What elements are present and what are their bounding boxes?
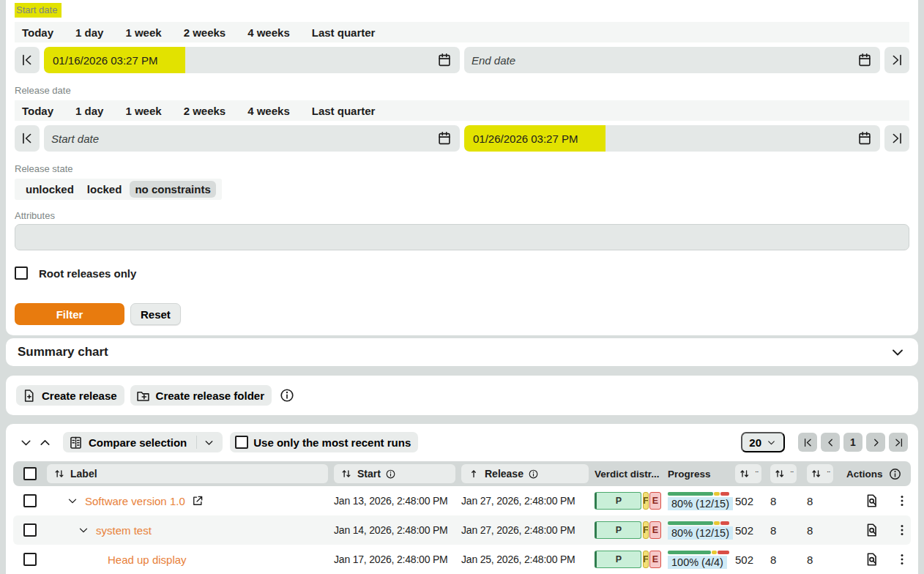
quick-last-quarter[interactable]: Last quarter (312, 105, 376, 117)
release-state-unlocked[interactable]: unlocked (21, 181, 79, 198)
verdict-error: E (649, 521, 661, 539)
create-release-button[interactable]: Create release (16, 385, 124, 406)
count-cell-a: 502 (735, 554, 770, 566)
start-date-cell: Jan 13, 2026, 2:48:00 PM (334, 495, 461, 507)
expand-all-icon[interactable] (16, 433, 35, 452)
progress-text: 80% (12/15) (668, 526, 733, 540)
expand-row-icon[interactable] (77, 523, 90, 537)
quick-1-day[interactable]: 1 day (75, 105, 103, 117)
recent-runs-checkbox[interactable] (235, 436, 248, 449)
select-all-checkbox[interactable] (23, 467, 37, 480)
progress-bar (668, 551, 729, 554)
calendar-icon[interactable] (436, 130, 452, 146)
column-header-sortable-3[interactable]: .. (807, 464, 833, 483)
collapse-all-icon[interactable] (35, 433, 54, 452)
verdict-distribution: P F E (595, 521, 668, 539)
preview-report-icon[interactable] (864, 493, 880, 509)
release-date-from-input[interactable]: Start date (44, 125, 460, 152)
release-date-range-row: Start date 01/26/2026 03:27 PM (15, 125, 909, 152)
progress-bar (668, 492, 729, 496)
row-checkbox[interactable] (23, 494, 37, 507)
summary-chart-panel[interactable]: Summary chart (6, 338, 918, 366)
compare-selection-button[interactable]: Compare selection (63, 432, 223, 452)
kebab-menu-icon[interactable] (895, 523, 909, 537)
prev-page-button[interactable] (821, 433, 840, 452)
next-page-button[interactable] (866, 433, 885, 452)
column-header-sortable-1[interactable]: .. (735, 464, 761, 483)
release-link[interactable]: Software version 1.0 (85, 495, 185, 507)
quick-2-weeks[interactable]: 2 weeks (184, 26, 226, 39)
recent-runs-toggle[interactable]: Use only the most recent runs (230, 432, 418, 452)
progress-bar (668, 521, 729, 525)
preview-report-icon[interactable] (864, 551, 880, 567)
count-cell-c: 8 (807, 554, 846, 566)
calendar-icon[interactable] (857, 52, 873, 68)
attributes-label: Attributes (15, 210, 55, 221)
row-checkbox[interactable] (23, 553, 37, 566)
verdict-pass: P (595, 492, 641, 510)
skip-to-end-button[interactable] (884, 47, 909, 73)
skip-to-start-button[interactable] (15, 47, 40, 73)
count-cell-a: 502 (735, 524, 770, 537)
release-state-no-constraints[interactable]: no constraints (130, 181, 215, 198)
quick-2-weeks[interactable]: 2 weeks (184, 105, 226, 117)
filter-button[interactable]: Filter (15, 303, 124, 325)
last-page-button[interactable] (889, 433, 908, 452)
release-link[interactable]: system test (96, 524, 152, 537)
create-release-folder-button[interactable]: Create release folder (130, 385, 272, 406)
count-cell-b: 8 (770, 554, 807, 566)
release-state-label: Release state (15, 163, 73, 174)
preview-report-icon[interactable] (864, 522, 880, 538)
chevron-down-icon[interactable] (196, 436, 215, 449)
start-date-to-input[interactable]: End date (464, 47, 880, 73)
release-date-to-input[interactable]: 01/26/2026 03:27 PM (464, 125, 880, 152)
release-link[interactable]: Head up display (108, 554, 187, 566)
skip-to-end-button[interactable] (884, 125, 909, 152)
quick-1-week[interactable]: 1 week (125, 26, 161, 39)
quick-1-day[interactable]: 1 day (75, 26, 103, 39)
progress-cell: 80% (12/15) (668, 521, 729, 540)
file-plus-icon (21, 388, 37, 403)
count-cell-c: 8 (807, 524, 846, 537)
row-checkbox[interactable] (23, 523, 37, 537)
kebab-menu-icon[interactable] (895, 552, 909, 567)
root-releases-checkbox[interactable] (15, 266, 28, 280)
compare-selection-label: Compare selection (89, 436, 187, 449)
column-header-label[interactable]: Label (47, 464, 328, 483)
column-header-verdict: Verdict distr... (595, 469, 668, 480)
start-date-label: Start date (15, 3, 62, 18)
chevron-down-icon[interactable] (889, 343, 906, 361)
column-header-sortable-2[interactable]: .. (770, 464, 797, 483)
column-header-release[interactable]: Release (461, 464, 589, 483)
expand-row-icon[interactable] (66, 494, 79, 507)
kebab-menu-icon[interactable] (895, 493, 909, 508)
release-date-label: Release date (15, 85, 71, 96)
filter-actions-row: Filter Reset (15, 303, 909, 325)
quick-last-quarter[interactable]: Last quarter (312, 26, 376, 39)
attributes-input[interactable] (15, 224, 909, 250)
count-cell-a: 502 (735, 495, 770, 507)
current-page-button[interactable]: 1 (843, 433, 862, 452)
quick-4-weeks[interactable]: 4 weeks (247, 105, 290, 117)
create-release-panel: Create release Create release folder (6, 376, 918, 415)
info-icon[interactable] (279, 387, 295, 403)
info-icon[interactable] (888, 467, 902, 481)
calendar-icon[interactable] (436, 52, 452, 68)
quick-today[interactable]: Today (22, 26, 53, 39)
verdict-error: E (649, 492, 661, 510)
skip-to-start-button[interactable] (15, 125, 40, 152)
page-size-select[interactable]: 20 (741, 432, 785, 452)
quick-4-weeks[interactable]: 4 weeks (247, 26, 290, 39)
reset-button[interactable]: Reset (130, 303, 181, 325)
calendar-icon[interactable] (857, 130, 873, 146)
start-date-from-input[interactable]: 01/16/2026 03:27 PM (44, 47, 460, 73)
release-state-locked[interactable]: locked (82, 181, 127, 198)
quick-1-week[interactable]: 1 week (125, 105, 161, 117)
first-page-button[interactable] (798, 433, 817, 452)
release-date-cell: Jan 25, 2026, 2:48:00 PM (461, 554, 595, 565)
root-releases-row: Root releases only (15, 266, 909, 280)
external-link-icon[interactable] (191, 494, 204, 507)
table-row: Head up display Jan 17, 2026, 2:48:00 PM… (13, 545, 911, 574)
column-header-start[interactable]: Start (334, 464, 455, 483)
quick-today[interactable]: Today (22, 105, 53, 117)
